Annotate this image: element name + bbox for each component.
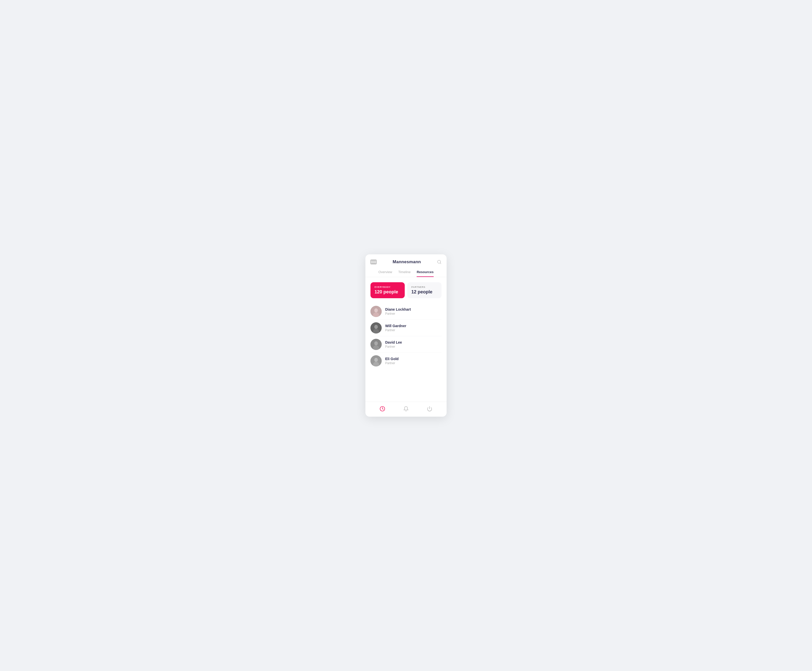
- svg-point-3: [374, 308, 378, 312]
- person-name: Eli Gold: [385, 357, 399, 361]
- tab-timeline[interactable]: Timeline: [398, 270, 411, 277]
- header: Mannesmann: [365, 254, 447, 267]
- everybody-card[interactable]: EVERYBODY 120 people: [370, 282, 405, 298]
- avatar: [370, 355, 382, 366]
- person-name: Will Gardner: [385, 324, 406, 328]
- avatar: [370, 306, 382, 317]
- everybody-card-label: EVERYBODY: [375, 286, 401, 288]
- search-icon: [437, 260, 442, 264]
- avatar-image: [370, 339, 382, 350]
- person-role: Partner: [385, 345, 402, 348]
- svg-point-9: [374, 341, 378, 346]
- list-item[interactable]: Will GardnerPartner: [370, 320, 442, 336]
- svg-line-1: [440, 263, 441, 264]
- svg-point-12: [374, 358, 378, 362]
- person-info: Diane LockhartPartner: [385, 307, 411, 315]
- everybody-card-count: 120 people: [375, 290, 401, 295]
- partners-card-label: PARTNERS: [411, 286, 437, 288]
- phone-container: Mannesmann Overview Timeline Resources E…: [365, 254, 447, 417]
- clock-icon: [380, 406, 385, 412]
- list-item[interactable]: Eli GoldPartner: [370, 353, 442, 369]
- cards-row: EVERYBODY 120 people PARTNERS 12 people: [365, 278, 447, 301]
- person-role: Partner: [385, 361, 399, 365]
- list-item[interactable]: David LeePartner: [370, 336, 442, 353]
- avatar-image: [370, 355, 382, 366]
- avatar: [370, 339, 382, 350]
- partners-card[interactable]: PARTNERS 12 people: [407, 282, 442, 298]
- bell-icon: [403, 406, 409, 412]
- person-info: David LeePartner: [385, 340, 402, 348]
- history-nav-button[interactable]: [379, 405, 386, 412]
- avatar: [370, 322, 382, 334]
- person-name: Diane Lockhart: [385, 307, 411, 312]
- partners-card-count: 12 people: [411, 290, 437, 295]
- power-nav-button[interactable]: [426, 405, 433, 412]
- person-info: Eli GoldPartner: [385, 357, 399, 365]
- svg-point-6: [374, 325, 378, 329]
- search-button[interactable]: [437, 260, 442, 264]
- person-role: Partner: [385, 312, 411, 315]
- menu-button[interactable]: [370, 260, 377, 264]
- tabs-container: Overview Timeline Resources: [365, 267, 447, 277]
- app-title: Mannesmann: [392, 259, 421, 264]
- tab-overview[interactable]: Overview: [378, 270, 392, 277]
- people-list: Diane LockhartPartner Will GardnerPartne…: [365, 301, 447, 402]
- person-role: Partner: [385, 329, 406, 332]
- list-item[interactable]: Diane LockhartPartner: [370, 303, 442, 320]
- power-icon: [427, 406, 432, 412]
- person-info: Will GardnerPartner: [385, 324, 406, 332]
- avatar-image: [370, 306, 382, 317]
- avatar-image: [370, 322, 382, 334]
- person-name: David Lee: [385, 340, 402, 344]
- notifications-nav-button[interactable]: [402, 405, 410, 412]
- tab-resources[interactable]: Resources: [417, 270, 433, 277]
- bottom-nav: [365, 402, 447, 417]
